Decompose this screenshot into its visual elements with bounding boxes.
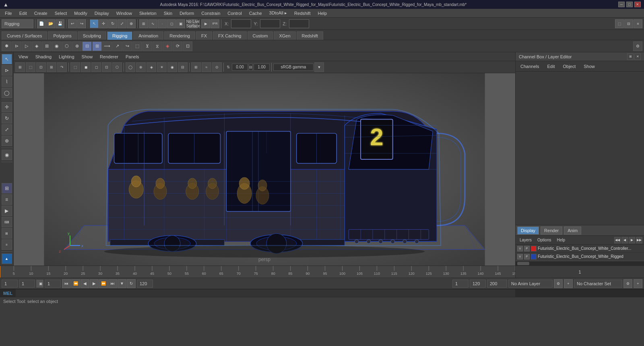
anim-tab[interactable]: Anim	[564, 227, 581, 235]
menu-create[interactable]: Create	[31, 10, 51, 16]
fast-forward-btn[interactable]: ⏭	[108, 279, 117, 288]
play-options-btn[interactable]: ▼	[118, 279, 126, 288]
shelf-btn-6[interactable]: ◉	[52, 41, 62, 51]
play-backward-btn[interactable]: ◀	[80, 279, 89, 288]
timeline-ruler[interactable]	[0, 266, 515, 278]
snap-point-btn[interactable]: ·	[158, 19, 167, 28]
frame-end-field[interactable]: 1	[19, 280, 35, 288]
lighting-menu[interactable]: Lighting	[56, 54, 78, 60]
minimize-button[interactable]: ─	[618, 2, 625, 7]
tab-rigging[interactable]: Rigging	[107, 31, 132, 40]
channel-box-btn[interactable]: ≡	[2, 239, 12, 250]
input-btn[interactable]: ⬚	[615, 19, 624, 28]
layer-visibility-1[interactable]: V	[517, 246, 523, 251]
options-sub-tab[interactable]: Options	[535, 237, 553, 243]
motion-blur-btn[interactable]: ≈	[202, 62, 211, 72]
menu-display[interactable]: Display	[91, 10, 112, 16]
play-end-field[interactable]: 120	[137, 280, 153, 288]
tab-curves-surfaces[interactable]: Curves / Surfaces	[2, 31, 47, 40]
menu-cache[interactable]: Cache	[246, 10, 265, 16]
show-manips-btn[interactable]: ⊞	[2, 183, 12, 194]
menu-select[interactable]: Select	[52, 10, 70, 16]
scale-tool-btn[interactable]: ⤢	[118, 19, 126, 28]
soft-modify-tool[interactable]: ◉	[2, 150, 12, 160]
flat-btn[interactable]: ◻	[91, 62, 101, 72]
char-set-add-btn[interactable]: +	[634, 279, 642, 288]
menu-file[interactable]: File	[2, 10, 15, 16]
shelf-btn-15[interactable]: ⊻	[142, 41, 152, 51]
undo-btn[interactable]: ↩	[68, 19, 77, 28]
lights-btn[interactable]: ☀	[157, 62, 167, 72]
frame-range-end[interactable]: 120	[470, 280, 486, 288]
persp-btn[interactable]: ⬚	[26, 62, 35, 72]
save-scene-btn[interactable]: 💾	[56, 19, 64, 28]
colorspace-arrow[interactable]: ▼	[314, 62, 324, 72]
render-btn[interactable]: ▶	[201, 19, 210, 28]
step-back-btn[interactable]: ⏪	[71, 279, 80, 288]
shadow-btn[interactable]: ◉	[167, 62, 177, 72]
menu-control[interactable]: Control	[224, 10, 245, 16]
tab-polygons[interactable]: Polygons	[48, 31, 76, 40]
layer-visibility-2[interactable]: V	[517, 254, 523, 260]
menu-redshift[interactable]: Redshift	[291, 10, 314, 16]
camera-toggle-btn[interactable]: ⊞	[15, 62, 25, 72]
renderer-menu[interactable]: Renderer	[97, 54, 122, 60]
tab-rendering[interactable]: Rendering	[164, 31, 195, 40]
colorspace-selector[interactable]: sRGB gamma	[273, 64, 314, 71]
bounding-box-btn[interactable]: ⬡	[112, 62, 122, 72]
edit-tab[interactable]: Edit	[544, 63, 558, 70]
no-character-set-field[interactable]: No Character Set	[574, 280, 622, 288]
display-tab[interactable]: Display	[517, 227, 539, 235]
layer-scrollbar[interactable]	[516, 261, 644, 266]
snap-surface-btn[interactable]: ◻	[167, 19, 176, 28]
layer-fwd-btn[interactable]: ▶	[629, 237, 635, 243]
tab-redshift[interactable]: Redshift	[297, 31, 323, 40]
char-set-btn[interactable]: ⚙	[623, 279, 632, 288]
show-menu[interactable]: Show	[78, 54, 96, 60]
shelf-editor-btn[interactable]: ⊠	[2, 228, 12, 239]
menu-help[interactable]: Help	[314, 10, 330, 16]
float-btn[interactable]: ⊞	[627, 54, 634, 60]
shelf-btn-3[interactable]: ▷	[22, 41, 31, 51]
shelf-btn-13[interactable]: ↪	[122, 41, 132, 51]
menu-deform[interactable]: Deform	[176, 10, 197, 16]
tab-fx-caching[interactable]: FX Caching	[213, 31, 246, 40]
show-tab[interactable]: Show	[580, 63, 598, 70]
script-editor-btn[interactable]: ⌨	[2, 217, 12, 227]
scale-tool[interactable]: ⤢	[2, 124, 12, 135]
ortho-btn[interactable]: ⊡	[36, 62, 46, 72]
snap-grid-btn[interactable]: ⊞	[139, 19, 148, 28]
layers-sub-tab[interactable]: Layers	[517, 237, 534, 243]
layer-row-controller[interactable]: V P Futuristic_Electric_Bus_Concept_Whit…	[516, 245, 644, 253]
shelf-btn-4[interactable]: ◈	[32, 41, 41, 51]
select-tool-btn[interactable]: ↖	[90, 19, 99, 28]
shelf-btn-8[interactable]: ⊕	[72, 41, 82, 51]
tab-animation[interactable]: Animation	[133, 31, 163, 40]
frame-total-field[interactable]: 200	[487, 280, 507, 288]
translate-z-field[interactable]	[289, 19, 309, 28]
sculpt-tool[interactable]: ◯	[2, 88, 12, 98]
xray-joints-btn[interactable]: ⊕	[136, 62, 146, 72]
shading-menu[interactable]: Shading	[32, 54, 55, 60]
gamma-field[interactable]: 1.00	[254, 64, 270, 71]
dof-btn[interactable]: ⊙	[212, 62, 222, 72]
channels-tab[interactable]: Channels	[517, 63, 542, 70]
step-forward-btn[interactable]: ⏩	[99, 279, 108, 288]
rotate-tool-btn[interactable]: ↻	[108, 19, 117, 28]
universal-tool[interactable]: ⊕	[2, 136, 12, 146]
tab-xgen[interactable]: XGen	[274, 31, 295, 40]
ao-btn[interactable]: ⊟	[178, 62, 188, 72]
menu-modify[interactable]: Modify	[71, 10, 90, 16]
shelf-btn-14[interactable]: ⬚	[132, 41, 142, 51]
textures-btn[interactable]: ◈	[147, 62, 156, 72]
menu-3dtall[interactable]: 3DtoAll ▸	[266, 10, 291, 16]
shelf-btn-19[interactable]: ⊡	[183, 41, 192, 51]
snap-view-btn[interactable]: ▣	[176, 19, 185, 28]
tab-custom[interactable]: Custom	[248, 31, 273, 40]
layer-btn[interactable]: ≡	[2, 194, 12, 205]
select-tool[interactable]: ↖	[2, 54, 12, 64]
tab-sculpting[interactable]: Sculpting	[78, 31, 106, 40]
exposure-field[interactable]: 0.00	[232, 64, 248, 71]
layer-back-btn[interactable]: ◀	[621, 237, 628, 243]
viewport-canvas[interactable]: 2	[14, 73, 515, 266]
